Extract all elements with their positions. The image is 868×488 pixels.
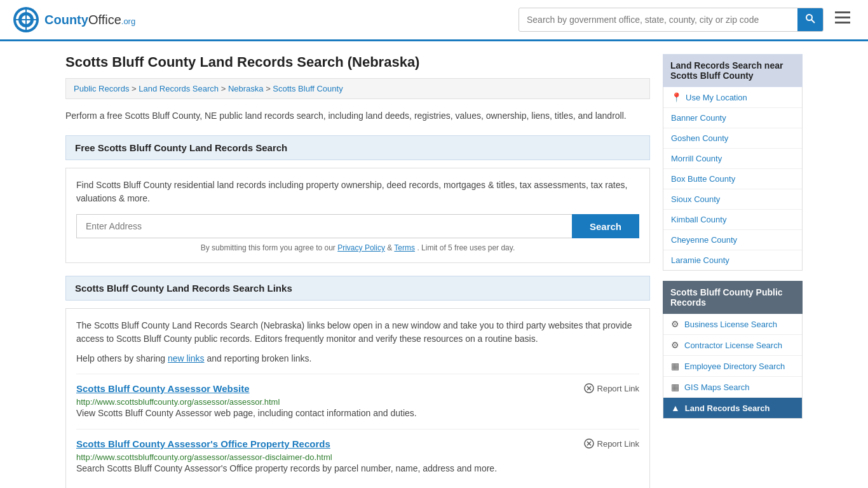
page-description: Perform a free Scotts Bluff County, NE p… [65,109,650,123]
hamburger-menu-button[interactable] [830,9,855,30]
links-section-description: The Scotts Bluff County Land Records Sea… [76,319,639,346]
report-icon-1 [584,383,594,393]
goshen-county-link[interactable]: Goshen County [671,133,728,143]
employee-directory-icon: ▦ [671,361,679,371]
logo-icon [13,6,39,33]
report-label-1: Report Link [597,384,639,393]
laramie-county-link[interactable]: Laramie County [671,255,729,265]
search-icon [805,13,815,24]
breadcrumb-sep-1: > [132,84,139,93]
breadcrumb-sep-3: > [266,84,273,93]
breadcrumb-public-records[interactable]: Public Records [74,84,129,93]
content-area: Scotts Bluff County Land Records Search … [65,54,650,488]
breadcrumb-sep-2: > [221,84,228,93]
location-icon: 📍 [671,92,682,102]
sidebar-item-cheyenne[interactable]: Cheyenne County [663,230,802,250]
sidebar-item-banner[interactable]: Banner County [663,108,802,128]
links-section: Scotts Bluff County Land Records Search … [65,276,650,488]
logo[interactable]: CountyOffice.org [13,6,135,33]
link-item-1-title[interactable]: Scotts Bluff County Assessor Website [76,383,250,394]
terms-link[interactable]: Terms [394,243,415,252]
breadcrumb-land-records[interactable]: Land Records Search [139,84,219,93]
new-links-link[interactable]: new links [168,353,205,363]
cheyenne-county-link[interactable]: Cheyenne County [671,235,737,245]
land-records-link[interactable]: Land Records Search [685,403,770,413]
sidebar: Land Records Search near Scotts Bluff Co… [663,54,803,488]
sidebar-item-employee-directory[interactable]: ▦ Employee Directory Search [663,356,802,377]
link-item-2: Scotts Bluff County Assessor's Office Pr… [76,429,639,484]
address-input[interactable] [76,214,572,238]
use-my-location-link[interactable]: Use My Location [686,93,747,102]
link-item-2-header: Scotts Bluff County Assessor's Office Pr… [76,438,639,449]
header-search-bar [519,8,824,32]
sidebar-item-kimball[interactable]: Kimball County [663,210,802,230]
page-title: Scotts Bluff County Land Records Search … [65,54,650,71]
nearby-title: Land Records Search near Scotts Bluff Co… [663,54,803,87]
sidebar-item-goshen[interactable]: Goshen County [663,128,802,149]
site-header: CountyOffice.org [0,0,868,41]
public-records-list: ⚙ Business License Search ⚙ Contractor L… [663,314,803,419]
disclaimer-text: By submitting this form you agree to our [201,243,336,252]
sidebar-item-sioux[interactable]: Sioux County [663,189,802,210]
contractor-license-icon: ⚙ [671,340,679,350]
report-label-2: Report Link [597,439,639,449]
sidebar-item-gis-maps[interactable]: ▦ GIS Maps Search [663,377,802,398]
link-item-2-title[interactable]: Scotts Bluff County Assessor's Office Pr… [76,438,330,449]
link-item-1-url[interactable]: http://www.scottsbluffcounty.org/assesso… [76,397,280,407]
address-form: Search [76,214,639,238]
sidebar-item-land-records[interactable]: ▲ Land Records Search [663,398,802,418]
sidebar-item-contractor-license[interactable]: ⚙ Contractor License Search [663,335,802,356]
kimball-county-link[interactable]: Kimball County [671,215,726,224]
hamburger-icon [835,11,850,24]
sidebar-item-box-butte[interactable]: Box Butte County [663,169,802,189]
header-search-input[interactable] [519,10,797,30]
svg-rect-10 [835,22,850,24]
employee-directory-link[interactable]: Employee Directory Search [684,362,785,371]
morrill-county-link[interactable]: Morrill County [671,154,722,163]
link-item-1-header: Scotts Bluff County Assessor Website Rep… [76,383,639,394]
gis-maps-link[interactable]: GIS Maps Search [684,383,750,392]
links-section-body: The Scotts Bluff County Land Records Sea… [65,308,650,488]
breadcrumb-county[interactable]: Scotts Bluff County [273,84,342,93]
logo-wordmark: CountyOffice.org [44,13,135,27]
public-records-title: Scotts Bluff County Public Records [663,281,803,314]
reporting-text-2: and reporting broken links. [207,353,311,363]
free-search-section: Free Scotts Bluff County Land Records Se… [65,135,650,263]
sidebar-item-morrill[interactable]: Morrill County [663,149,802,169]
svg-point-6 [806,15,812,20]
free-search-heading: Free Scotts Bluff County Land Records Se… [65,135,650,160]
svg-rect-8 [835,11,850,13]
banner-county-link[interactable]: Banner County [671,113,726,123]
share-links-text: Help others by sharing new links and rep… [76,353,639,363]
nearby-list: 📍 Use My Location Banner County Goshen C… [663,87,803,271]
breadcrumb-nebraska[interactable]: Nebraska [228,84,264,93]
search-button[interactable]: Search [572,214,639,238]
header-right [519,8,855,32]
box-butte-county-link[interactable]: Box Butte County [671,174,735,184]
gis-maps-icon: ▦ [671,382,679,392]
contractor-license-link[interactable]: Contractor License Search [684,341,782,350]
link-item-1-desc: View Scotts Bluff County Assessor web pa… [76,407,639,420]
report-link-2[interactable]: Report Link [584,438,639,449]
report-link-1[interactable]: Report Link [584,383,639,393]
link-item-1: Scotts Bluff County Assessor Website Rep… [76,374,639,429]
link-item-2-url[interactable]: http://www.scottsbluffcounty.org/assesso… [76,452,332,462]
land-records-icon: ▲ [671,403,680,413]
and-text: & [387,243,394,252]
limit-text: . Limit of 5 free uses per day. [417,243,515,252]
link-item-2-desc: Search Scotts Bluff County Assessor's Of… [76,462,639,475]
business-license-link[interactable]: Business License Search [684,320,777,329]
report-icon-2 [584,438,594,449]
search-form-area: Find Scotts Bluff County residential lan… [65,168,650,263]
main-container: Scotts Bluff County Land Records Search … [53,41,815,488]
sidebar-item-business-license[interactable]: ⚙ Business License Search [663,314,802,335]
sidebar-item-laramie[interactable]: Laramie County [663,250,802,270]
sioux-county-link[interactable]: Sioux County [671,194,720,204]
svg-rect-9 [835,17,850,18]
privacy-policy-link[interactable]: Privacy Policy [337,243,385,252]
header-search-button[interactable] [797,8,823,31]
search-description: Find Scotts Bluff County residential lan… [76,179,639,205]
svg-line-7 [811,20,815,23]
sidebar-use-my-location[interactable]: 📍 Use My Location [663,87,802,108]
breadcrumb: Public Records > Land Records Search > N… [65,78,650,99]
